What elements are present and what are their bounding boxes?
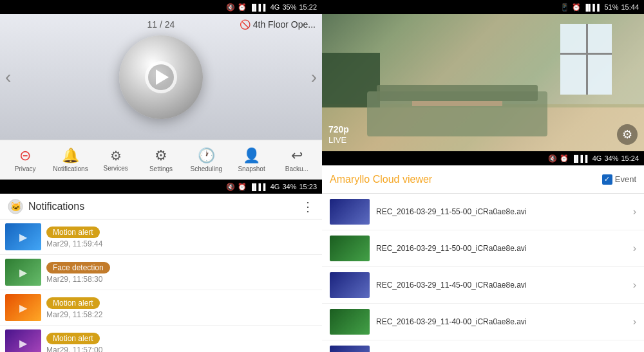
live-badge: 720p LIVE — [328, 124, 349, 145]
notification-item-1[interactable]: ▶ Motion alert Mar29, 11:59:44 — [0, 219, 322, 255]
right-panel: 📱 ⏰ ▐▌▌▌ 51% 15:44 — [322, 0, 644, 352]
recording-filename-3: REC_2016-03-29_11-45-00_iCRa0ae8e.avi — [376, 281, 627, 290]
clock-icon-r: ⏰ — [572, 3, 581, 12]
notification-thumb-2: ▶ — [5, 259, 41, 286]
recording-list: REC_2016-03-29_11-55-00_iCRa0ae8e.avi › … — [322, 194, 644, 352]
live-settings-button[interactable]: ⚙ — [617, 124, 638, 145]
next-camera-button[interactable]: › — [311, 67, 317, 88]
notification-item-2[interactable]: ▶ Face detection Mar29, 11:58:30 — [0, 255, 322, 290]
time-right-bottom: 15:24 — [621, 154, 639, 162]
recording-item-2[interactable]: REC_2016-03-29_11-50-00_iCRa0ae8e.avi › — [322, 230, 644, 267]
signal-r2: ▐▌▌▌ — [571, 155, 589, 162]
live-view: 720p LIVE ⚙ — [322, 14, 644, 151]
privacy-label: Privacy — [15, 165, 36, 172]
live-status-label: LIVE — [328, 135, 349, 145]
recording-thumb-4 — [330, 309, 370, 335]
status-bar-left-bottom: 🔇 ⏰ ▐▌▌▌ 4G 34% 15:23 — [0, 180, 322, 194]
recording-thumb-2 — [330, 236, 370, 261]
notification-badge-4: Motion alert — [46, 333, 100, 344]
network-type: 4G — [270, 3, 280, 11]
notification-time-2: Mar29, 11:58:30 — [46, 275, 317, 284]
recording-filename-2: REC_2016-03-29_11-50-00_iCRa0ae8e.avi — [376, 244, 627, 253]
signal-bars2: ▐▌▌▌ — [249, 183, 267, 190]
gear-icon: ⚙ — [622, 127, 632, 142]
status-bar-right-top: 📱 ⏰ ▐▌▌▌ 51% 15:44 — [322, 0, 644, 14]
more-options-button[interactable]: ⋮ — [301, 199, 314, 214]
checkbox-check-icon: ✓ — [604, 175, 610, 183]
toolbar-scheduling[interactable]: 🕐 Scheduling — [189, 147, 224, 172]
recording-item-4[interactable]: REC_2016-03-29_11-40-00_iCRa0ae8e.avi › — [322, 304, 644, 340]
privacy-indicator-icon: 🚫 — [240, 19, 251, 30]
sim-icon-r: 📱 — [560, 3, 569, 12]
notification-time-3: Mar29, 11:58:22 — [46, 310, 317, 319]
signal-bars: ▐▌▌▌ — [249, 4, 267, 11]
battery-text: 35% — [282, 3, 296, 11]
notification-time-1: Mar29, 11:59:44 — [46, 239, 317, 248]
scheduling-label: Scheduling — [191, 165, 222, 172]
notifications-label: Notifications — [53, 165, 88, 172]
toolbar-privacy[interactable]: ⊝ Privacy — [8, 147, 43, 172]
time-left-top: 15:22 — [299, 3, 317, 11]
notifications-header: 🐱 Notifications ⋮ — [0, 194, 322, 219]
notification-time-4: Mar29, 11:57:00 — [46, 346, 317, 353]
play-button[interactable] — [145, 61, 177, 93]
status-bar-right-bottom: 🔇 ⏰ ▐▌▌▌ 4G 34% 15:24 — [322, 151, 644, 165]
event-filter[interactable]: ✓ Event — [602, 174, 636, 185]
signal-icon-r: ▐▌▌▌ — [583, 4, 601, 11]
recording-item-1[interactable]: REC_2016-03-29_11-55-00_iCRa0ae8e.avi › — [322, 194, 644, 230]
privacy-icon: ⊝ — [19, 147, 31, 164]
recording-thumb-5 — [330, 346, 370, 352]
svg-rect-6 — [560, 53, 612, 55]
prev-camera-button[interactable]: ‹ — [5, 67, 11, 88]
toolbar-services[interactable]: ⚙ Services — [98, 148, 133, 172]
recording-thumb-3 — [330, 272, 370, 298]
alarm-icon: ⏰ — [238, 3, 247, 12]
live-camera-feed — [322, 14, 644, 151]
mute-icon-r2: 🔇 — [548, 154, 557, 163]
left-panel: 🔇 ⏰ ▐▌▌▌ 4G 35% 15:22 11 / 24 🚫 4th Floo… — [0, 0, 322, 352]
play-triangle-icon — [156, 69, 169, 85]
battery-text2: 34% — [282, 183, 296, 190]
toolbar-backup[interactable]: ↩ Backu... — [279, 147, 314, 172]
backup-label: Backu... — [285, 165, 308, 172]
notification-badge-3: Motion alert — [46, 297, 100, 309]
status-bar-left-top: 🔇 ⏰ ▐▌▌▌ 4G 35% 15:22 — [0, 0, 322, 14]
notifications-header-left: 🐱 Notifications — [8, 199, 84, 214]
recording-item-3[interactable]: REC_2016-03-29_11-45-00_iCRa0ae8e.avi › — [322, 267, 644, 304]
svg-rect-9 — [377, 85, 538, 101]
resolution-label: 720p — [328, 124, 349, 135]
services-label: Services — [104, 165, 128, 172]
toolbar-notifications[interactable]: 🔔 Notifications — [53, 147, 88, 172]
battery-r2: 34% — [604, 154, 618, 162]
event-label: Event — [615, 174, 636, 184]
notification-thumb-1: ▶ — [5, 223, 41, 250]
notification-item-4[interactable]: ▶ Motion alert Mar29, 11:57:00 — [0, 326, 322, 352]
notification-badge-1: Motion alert — [46, 227, 100, 238]
recording-arrow-4: › — [633, 316, 636, 328]
cloud-viewer-title: Amaryllo Cloud viewer — [330, 174, 432, 185]
svg-text:🐱: 🐱 — [10, 201, 22, 212]
network-r2: 4G — [592, 154, 602, 162]
notification-content-3: Motion alert Mar29, 11:58:22 — [46, 297, 317, 319]
settings-label: Settings — [149, 165, 173, 172]
notification-item-3[interactable]: ▶ Motion alert Mar29, 11:58:22 — [0, 290, 322, 326]
notification-content-2: Face detection Mar29, 11:58:30 — [46, 261, 317, 284]
toolbar-snapshot[interactable]: 👤 Snapshot — [234, 147, 269, 172]
app-logo: 🐱 — [8, 199, 23, 214]
snapshot-label: Snapshot — [238, 165, 265, 172]
backup-icon: ↩ — [291, 147, 303, 164]
toolbar-settings[interactable]: ⚙ Settings — [143, 147, 178, 172]
recording-item-5[interactable]: REC_2016-03-29_11-35-01_iCRa0ae8e.avi › — [322, 340, 644, 352]
thumb-play-icon-3: ▶ — [19, 302, 27, 314]
recording-filename-4: REC_2016-03-29_11-40-00_iCRa0ae8e.avi — [376, 317, 627, 326]
clock-icon-r2: ⏰ — [560, 154, 569, 163]
battery-right: 51% — [604, 3, 618, 11]
notification-list: ▶ Motion alert Mar29, 11:59:44 ▶ Face de… — [0, 219, 322, 352]
snapshot-icon: 👤 — [243, 147, 260, 164]
cloud-viewer: Amaryllo Cloud viewer ✓ Event REC_2016-0… — [322, 165, 644, 352]
cloud-header: Amaryllo Cloud viewer ✓ Event — [322, 165, 644, 194]
time-left-bottom: 15:23 — [299, 183, 317, 190]
notification-content-1: Motion alert Mar29, 11:59:44 — [46, 226, 317, 248]
network-type2: 4G — [270, 183, 280, 190]
event-checkbox-box[interactable]: ✓ — [602, 174, 612, 185]
